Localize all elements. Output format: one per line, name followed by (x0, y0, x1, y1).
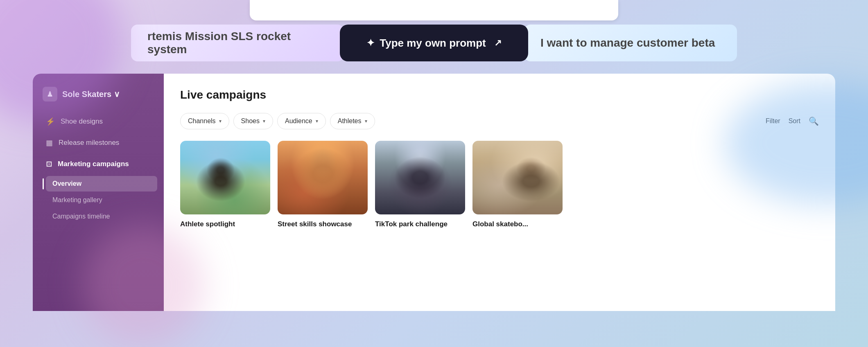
top-search-bar (250, 0, 618, 20)
shoes-label: Shoes (241, 117, 260, 125)
campaign-image-tiktok-park (375, 141, 465, 214)
sidebar-item-marketing-campaigns[interactable]: ⊡ Marketing campaigns (39, 154, 157, 174)
audience-chevron-icon: ▾ (316, 118, 318, 124)
filter-chip-channels[interactable]: Channels ▾ (180, 113, 229, 129)
shoes-chevron-icon: ▾ (263, 118, 265, 124)
filter-chip-athletes[interactable]: Athletes ▾ (330, 113, 375, 129)
sub-label-overview: Overview (52, 180, 81, 187)
center-prompt-text: Type my own prompt (380, 37, 486, 50)
campaign-image-global-skate (472, 141, 563, 214)
sidebar-item-release-milestones[interactable]: ▦ Release milestones (39, 133, 157, 153)
filter-chip-audience[interactable]: Audience ▾ (277, 113, 326, 129)
channels-label: Channels (188, 117, 216, 125)
campaign-card-athlete-spotlight[interactable]: Athlete spotlight (180, 141, 270, 228)
right-prompt-text: I want to manage customer beta (540, 36, 715, 50)
sidebar-sub-item-campaigns-timeline[interactable]: Campaigns timeline (46, 209, 157, 224)
sub-label-marketing-gallery: Marketing gallery (52, 196, 102, 203)
channels-chevron-icon: ▾ (219, 118, 222, 124)
sidebar-sub-nav: Overview Marketing gallery Campaigns tim… (39, 176, 157, 224)
nav-label-release-milestones: Release milestones (59, 139, 119, 147)
campaign-card-tiktok-park[interactable]: TikTok park challenge (375, 141, 465, 228)
main-panel: Live campaigns Channels ▾ Shoes ▾ Audien… (164, 74, 835, 311)
campaign-card-street-skills[interactable]: Street skills showcase (278, 141, 368, 228)
campaign-card-global-skate[interactable]: Global skatebo... (472, 141, 563, 228)
campaigns-grid: Athlete spotlight Street skills showcase… (180, 141, 819, 228)
prompt-card-left[interactable]: rtemis Mission SLS rocket system (131, 25, 344, 61)
prompt-cards-row: rtemis Mission SLS rocket system ✦ Type … (0, 25, 868, 61)
filter-chip-shoes[interactable]: Shoes ▾ (233, 113, 273, 129)
campaign-image-athlete-spotlight (180, 141, 270, 214)
sidebar-sub-item-overview[interactable]: Overview (46, 176, 157, 192)
nav-label-shoe-designs: Shoe designs (61, 117, 103, 126)
athletes-label: Athletes (338, 117, 362, 125)
sidebar-sub-item-marketing-gallery[interactable]: Marketing gallery (46, 192, 157, 208)
calendar-icon: ▦ (46, 138, 53, 147)
arrow-icon: ↗ (494, 38, 502, 48)
lightning-icon: ⚡ (46, 117, 55, 126)
audience-label: Audience (285, 117, 312, 125)
prompt-card-center[interactable]: ✦ Type my own prompt ↗ (340, 25, 528, 61)
sub-label-campaigns-timeline: Campaigns timeline (52, 213, 110, 220)
left-prompt-text: rtemis Mission SLS rocket system (147, 30, 328, 56)
brand-chevron-icon: ∨ (114, 89, 120, 99)
athletes-chevron-icon: ▾ (365, 118, 367, 124)
campaign-name-tiktok-park: TikTok park challenge (375, 220, 465, 228)
bg-blob-pink (82, 224, 205, 347)
campaign-name-global-skate: Global skatebo... (472, 220, 563, 228)
nav-label-marketing-campaigns: Marketing campaigns (58, 160, 129, 168)
campaign-name-street-skills: Street skills showcase (278, 220, 368, 228)
camera-icon: ⊡ (46, 160, 52, 169)
campaign-name-athlete-spotlight: Athlete spotlight (180, 220, 270, 228)
panel-title: Live campaigns (180, 88, 819, 101)
sparkle-icon: ✦ (366, 37, 375, 49)
campaign-image-street-skills (278, 141, 368, 214)
sidebar-nav: ⚡ Shoe designs ▦ Release milestones ⊡ Ma… (33, 111, 164, 224)
filter-bar: Channels ▾ Shoes ▾ Audience ▾ Athletes ▾… (180, 113, 819, 129)
prompt-card-right[interactable]: I want to manage customer beta (524, 25, 737, 61)
